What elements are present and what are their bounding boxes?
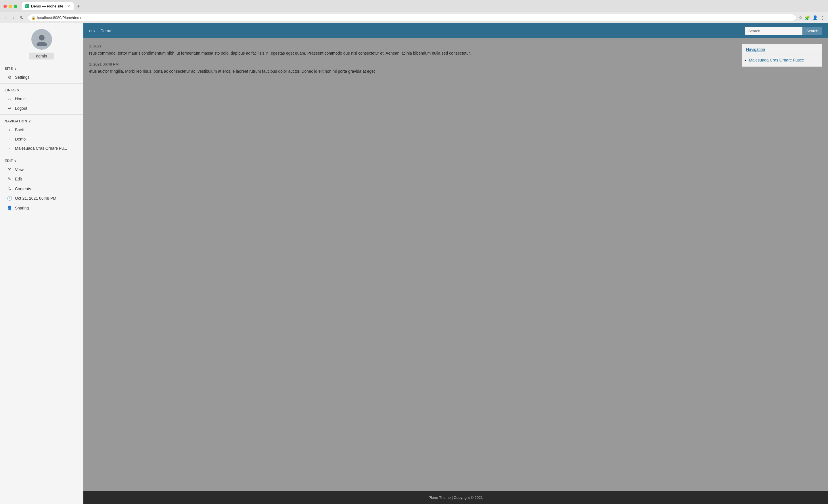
home-label: Home: [15, 97, 26, 101]
sidebar-item-demo[interactable]: ··· Demo: [0, 134, 83, 144]
main-content: ers Demo Search 1, 2021 rsus commodo, to…: [83, 23, 828, 504]
settings-label: Settings: [15, 75, 30, 80]
tab-title: Demo — Plone site: [31, 4, 63, 8]
nav-panel-list: Malesuada Cras Ornare Fusce: [742, 55, 822, 66]
site-section-label: SITE: [5, 67, 13, 71]
logout-label: Logout: [15, 106, 27, 110]
edit-label: Edit: [15, 177, 22, 181]
search-input[interactable]: [745, 27, 802, 35]
page-wrapper: admin SITE ∨ ⚙ Settings LINKS ∨ ⌂ Home ↩…: [0, 23, 828, 504]
links-chevron-icon: ∨: [17, 89, 19, 92]
sidebar-item-timestamp: 🕐 Oct 21, 2021 06:48 PM: [0, 193, 83, 203]
sidebar-item-contents[interactable]: 🗂 Contents: [0, 184, 83, 193]
sidebar-item-back[interactable]: ‹ Back: [0, 125, 83, 134]
content-date-2: 1, 2021 06:48 PM: [89, 62, 736, 66]
sidebar-item-edit[interactable]: ✎ Edit: [0, 174, 83, 184]
view-label: View: [15, 167, 24, 172]
edit-chevron-icon: ∨: [14, 159, 17, 163]
sidebar-item-logout[interactable]: ↩ Logout: [0, 103, 83, 113]
person-icon: 👤: [7, 205, 12, 211]
new-tab-button[interactable]: +: [77, 4, 80, 9]
page-footer: Plone Theme | Copyright © 2021: [83, 491, 828, 504]
svg-point-1: [37, 42, 47, 46]
view-icon: 👁: [7, 167, 12, 172]
search-container: Search: [745, 27, 822, 35]
timestamp-label: Oct 21, 2021 06:48 PM: [15, 196, 56, 200]
back-label: Back: [15, 128, 24, 132]
contents-label: Contents: [15, 186, 31, 191]
divider-1: [0, 83, 83, 84]
svg-point-0: [39, 35, 45, 41]
back-button[interactable]: ‹: [3, 15, 8, 21]
folder-icon: 🗂: [7, 186, 12, 191]
nav-panel-link[interactable]: Malesuada Cras Ornare Fusce: [749, 58, 804, 62]
edit-section-label: EDIT: [5, 159, 13, 163]
dots-icon: ···: [7, 137, 12, 141]
navigation-section-label: NAVIGATION: [5, 119, 27, 123]
sidebar-item-settings[interactable]: ⚙ Settings: [0, 73, 83, 82]
malesuada-label: Malesuada Cras Ornare Fu...: [15, 146, 67, 150]
sidebar-item-malesuada[interactable]: › Malesuada Cras Ornare Fu...: [0, 144, 83, 153]
address-text: localhost:8080/Plone/demo: [37, 15, 793, 20]
content-block-2: 1, 2021 06:48 PM etus auctor fringilla. …: [89, 62, 736, 75]
avatar: [31, 29, 52, 50]
footer-text: Plone Theme | Copyright © 2021: [428, 495, 483, 500]
sidebar-item-sharing[interactable]: 👤 Sharing: [0, 203, 83, 213]
browser-chrome: P Demo — Plone site ✕ + ‹ › ↻ 🔒 localhos…: [0, 0, 828, 23]
top-nav-link-1[interactable]: ers: [89, 29, 94, 33]
divider-3: [0, 154, 83, 154]
lock-icon: 🔒: [31, 16, 36, 20]
top-nav: ers Demo Search: [83, 23, 828, 38]
expand-icon: ›: [7, 146, 12, 150]
reload-button[interactable]: ↻: [18, 14, 25, 21]
content-area: 1, 2021 rsus commodo, tortor mauris cond…: [89, 44, 736, 485]
sidebar-item-home[interactable]: ⌂ Home: [0, 94, 83, 103]
sidebar-item-view[interactable]: 👁 View: [0, 165, 83, 174]
browser-tab[interactable]: P Demo — Plone site ✕: [22, 2, 74, 10]
browser-dots: [3, 5, 17, 8]
browser-titlebar: P Demo — Plone site ✕ +: [0, 0, 828, 12]
nav-panel-title[interactable]: Navigation: [742, 44, 822, 55]
browser-toolbar: ‹ › ↻ 🔒 localhost:8080/Plone/demo ☆ 🧩 👤 …: [0, 12, 828, 23]
nav-panel-item: Malesuada Cras Ornare Fusce: [749, 58, 818, 62]
page-body: 1, 2021 rsus commodo, tortor mauris cond…: [83, 38, 828, 491]
links-section-header[interactable]: LINKS ∨: [0, 85, 83, 94]
edit-section-header[interactable]: EDIT ∨: [0, 155, 83, 165]
navigation-section-header[interactable]: NAVIGATION ∨: [0, 116, 83, 125]
logout-icon: ↩: [7, 106, 12, 111]
top-nav-link-2[interactable]: Demo: [100, 29, 111, 33]
search-button[interactable]: Search: [802, 27, 822, 35]
sidebar-avatar-section: admin: [0, 23, 83, 63]
site-chevron-icon: ∨: [14, 67, 17, 71]
profile-icon[interactable]: 👤: [813, 15, 818, 20]
gear-icon: ⚙: [7, 75, 12, 80]
content-text-1: rsus commodo, tortor mauris condimentum …: [89, 50, 736, 56]
demo-label: Demo: [15, 137, 26, 141]
address-bar[interactable]: 🔒 localhost:8080/Plone/demo: [28, 14, 796, 21]
navigation-chevron-icon: ∨: [29, 120, 31, 123]
site-section-header[interactable]: SITE ∨: [0, 63, 83, 73]
extensions-icon[interactable]: 🧩: [805, 15, 810, 20]
forward-button[interactable]: ›: [11, 15, 15, 21]
menu-icon[interactable]: ⋮: [820, 15, 825, 20]
edit-icon: ✎: [7, 176, 12, 182]
links-section-label: LINKS: [5, 88, 16, 92]
content-block-1: 1, 2021 rsus commodo, tortor mauris cond…: [89, 44, 736, 56]
username-label: admin: [29, 53, 54, 59]
fullscreen-dot[interactable]: [14, 5, 17, 8]
content-date-1: 1, 2021: [89, 44, 736, 48]
home-icon: ⌂: [7, 96, 12, 101]
sidebar: admin SITE ∨ ⚙ Settings LINKS ∨ ⌂ Home ↩…: [0, 23, 83, 504]
clock-icon: 🕐: [7, 196, 12, 201]
back-nav-icon: ‹: [7, 127, 12, 132]
minimize-dot[interactable]: [9, 5, 12, 8]
content-text-2: etus auctor fringilla. Morbi leo risus, …: [89, 68, 736, 75]
nav-panel: Navigation Malesuada Cras Ornare Fusce: [742, 44, 822, 67]
sharing-label: Sharing: [15, 206, 29, 210]
toolbar-icons: ☆ 🧩 👤 ⋮: [799, 15, 825, 20]
tab-favicon: P: [25, 4, 29, 8]
bookmark-icon[interactable]: ☆: [799, 15, 802, 20]
close-dot[interactable]: [3, 5, 7, 8]
tab-close-button[interactable]: ✕: [67, 4, 70, 8]
